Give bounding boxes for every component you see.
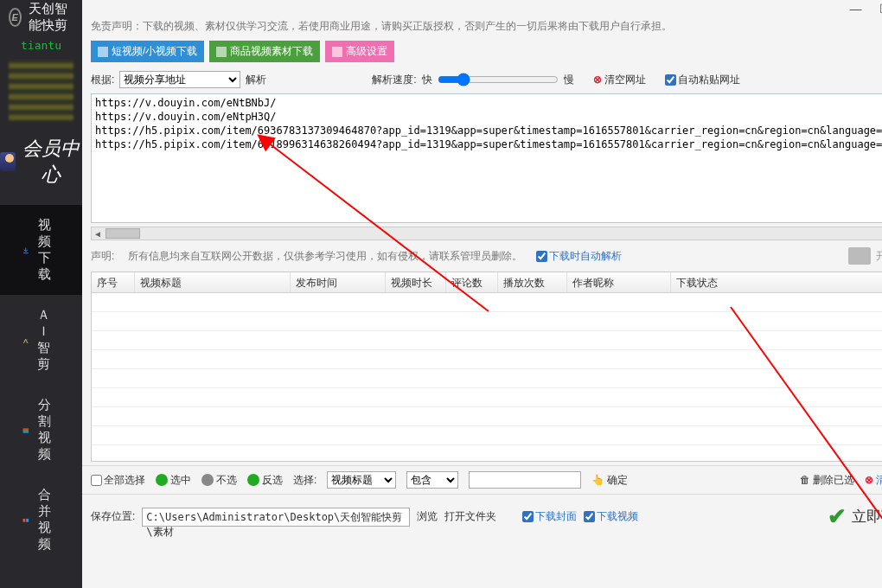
hand-icon: 👆 (591, 474, 604, 486)
tab-product-video[interactable]: 商品视频素材下载 (209, 41, 320, 62)
app-logo-icon: E (9, 8, 22, 27)
url-textarea[interactable]: https://v.douyin.com/eNtBNbJ/ https://v.… (91, 93, 882, 223)
sidebar-item-merge[interactable]: 合并视频 (0, 475, 82, 565)
table-row[interactable] (92, 426, 882, 445)
tab-icon (98, 47, 108, 57)
download-now-button[interactable]: ✔ 立即下载 (821, 502, 882, 532)
th-duration[interactable]: 视频时长 (386, 272, 446, 292)
top-tabs: 短视频/小视频下载 商品视频素材下载 高级设置 (82, 41, 882, 69)
sidebar-item-label: 视频下载 (38, 217, 60, 283)
speed-slider[interactable] (438, 73, 559, 86)
autopaste-checkbox[interactable]: 自动粘贴网址 (665, 73, 740, 87)
svg-point-0 (26, 339, 27, 340)
table-row[interactable] (92, 293, 882, 312)
auto-parse-checkbox[interactable]: 下载时自动解析 (536, 249, 622, 264)
selectby-field[interactable]: 视频标题 (327, 471, 396, 489)
selectby-input[interactable] (469, 471, 581, 489)
parse-icon (848, 247, 871, 265)
download-footer: 保存位置: C:\Users\Administrator\Desktop\天创智… (82, 494, 882, 539)
table-row[interactable] (92, 350, 882, 369)
vip-center-link[interactable]: 会员中心 (0, 127, 82, 196)
table-row[interactable] (92, 369, 882, 388)
th-status[interactable]: 下载状态 (671, 272, 882, 292)
split-icon (22, 422, 29, 438)
brand-text: tiantu (0, 35, 82, 56)
selectby-mode[interactable]: 包含 (406, 471, 458, 489)
parse-button[interactable]: 解析 (246, 73, 266, 87)
table-row[interactable] (92, 407, 882, 426)
window-controls: ― ☐ ✕ (848, 2, 882, 16)
user-info-blurred (9, 60, 74, 120)
tab-advanced[interactable]: 高级设置 (325, 41, 394, 62)
save-path-label: 保存位置: (91, 509, 135, 524)
th-plays[interactable]: 播放次数 (498, 272, 567, 292)
check-icon (156, 474, 168, 486)
th-comments[interactable]: 评论数 (446, 272, 498, 292)
sidebar-nav: 视频下载 ＡＩ 智剪 分割视频 合并视频 (0, 205, 82, 565)
vip-label: 会员中心 (21, 136, 82, 188)
download-icon (22, 242, 29, 258)
url-scrollbar[interactable]: ◄ ► (91, 227, 882, 240)
speed-slow-label: 慢 (564, 73, 574, 87)
checkmark-icon: ✔ (828, 503, 847, 530)
main-panel: ― ☐ ✕ 免责声明：下载的视频、素材仅供学习交流，若使用商业用途，请购买正版授… (82, 0, 882, 588)
statement-text: 所有信息均来自互联网公开数据，仅供参考学习使用，如有侵权，请联系管理员删除。 (128, 249, 522, 264)
minimize-button[interactable]: ― (848, 2, 862, 16)
x-icon: ⊗ (593, 74, 602, 86)
confirm-button[interactable]: 👆确定 (591, 473, 628, 488)
download-cover-checkbox[interactable]: 下载封面 (522, 509, 577, 524)
select-button[interactable]: 选中 (156, 473, 191, 488)
source-select[interactable]: 视频分享地址 (119, 71, 240, 88)
save-path-input[interactable]: C:\Users\Administrator\Desktop\天创智能快剪\素材 (142, 508, 410, 527)
sidebar-item-label: 分割视频 (38, 397, 60, 463)
scroll-thumb[interactable] (105, 228, 140, 239)
open-folder-button[interactable]: 打开文件夹 (444, 509, 496, 524)
svg-rect-2 (22, 431, 29, 431)
table-row[interactable] (92, 312, 882, 331)
svg-rect-5 (26, 519, 29, 522)
delete-icon: 🗑 (800, 474, 810, 486)
table-row[interactable] (92, 331, 882, 350)
app-titlebar: E 天创智能快剪 (0, 0, 82, 35)
start-parse-button[interactable]: 开始解析 (848, 247, 882, 265)
maximize-button[interactable]: ☐ (878, 2, 882, 16)
app-title: 天创智能快剪 (29, 1, 74, 34)
sidebar: E 天创智能快剪 tiantu 会员中心 视频下载 ＡＩ 智剪 (0, 0, 82, 588)
ai-icon (22, 332, 29, 348)
tab-icon (332, 47, 342, 57)
root-label: 根据: (91, 73, 114, 87)
results-table: 序号 视频标题 发布时间 视频时长 评论数 播放次数 作者昵称 下载状态 (91, 272, 882, 462)
select-all-checkbox[interactable]: 全部选择 (91, 473, 145, 488)
table-body (92, 293, 882, 445)
browse-button[interactable]: 浏览 (417, 509, 438, 524)
table-header: 序号 视频标题 发布时间 视频时长 评论数 播放次数 作者昵称 下载状态 (92, 272, 882, 293)
th-pubtime[interactable]: 发布时间 (291, 272, 386, 292)
tab-short-video[interactable]: 短视频/小视频下载 (91, 41, 204, 62)
sidebar-item-download[interactable]: 视频下载 (0, 205, 82, 295)
delete-selected-button[interactable]: 🗑删除已选 (800, 473, 854, 488)
tab-icon (216, 47, 227, 57)
table-row[interactable] (92, 388, 882, 407)
svg-rect-4 (22, 519, 25, 522)
sidebar-item-label: 合并视频 (38, 487, 60, 553)
scroll-left-icon[interactable]: ◄ (92, 229, 104, 239)
svg-rect-3 (22, 432, 29, 433)
th-index[interactable]: 序号 (92, 272, 135, 292)
th-author[interactable]: 作者昵称 (567, 272, 671, 292)
sidebar-item-ai-cut[interactable]: ＡＩ 智剪 (0, 295, 82, 385)
x-icon: ⊗ (865, 474, 873, 486)
invert-button[interactable]: 反选 (247, 473, 283, 488)
sidebar-item-split[interactable]: 分割视频 (0, 385, 82, 475)
disclaimer-text: 免责声明：下载的视频、素材仅供学习交流，若使用商业用途，请购买正版授权，否则产生… (82, 0, 882, 41)
selection-footer: 全部选择 选中 不选 反选 选择: 视频标题 包含 👆确定 🗑删除已选 ⊗清空表… (82, 465, 882, 494)
download-video-checkbox[interactable]: 下载视频 (584, 509, 638, 524)
selectby-label: 选择: (293, 473, 316, 488)
speed-fast-label: 快 (422, 73, 432, 87)
clear-urls-button[interactable]: ⊗清空网址 (593, 73, 646, 87)
speed-label: 解析速度: (372, 73, 416, 87)
swap-icon (247, 474, 259, 486)
th-title[interactable]: 视频标题 (135, 272, 291, 292)
clear-table-button[interactable]: ⊗清空表格 (865, 473, 882, 488)
unselect-button[interactable]: 不选 (201, 473, 237, 488)
svg-rect-1 (22, 429, 29, 430)
